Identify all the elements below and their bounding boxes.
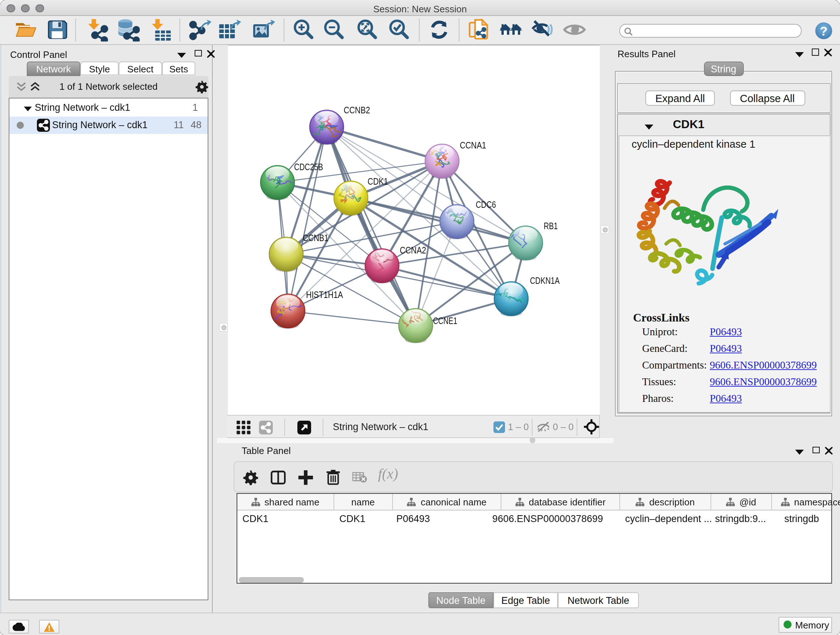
svg-text:CCNB2: CCNB2 — [344, 105, 370, 115]
svg-text:CDKN1A: CDKN1A — [530, 276, 560, 286]
svg-text:CCNB1: CCNB1 — [303, 233, 328, 243]
svg-text:CDC25B: CDC25B — [294, 162, 323, 172]
svg-text:CCNE1: CCNE1 — [433, 316, 457, 326]
svg-text:HIST1H1A: HIST1H1A — [306, 290, 343, 300]
svg-text:CDK1: CDK1 — [368, 176, 388, 187]
svg-text:RB1: RB1 — [544, 221, 558, 231]
svg-text:CCNA1: CCNA1 — [460, 140, 486, 150]
svg-text:CDC6: CDC6 — [476, 200, 496, 210]
svg-text:?: ? — [820, 24, 827, 38]
svg-text:CCNA2: CCNA2 — [400, 245, 426, 255]
